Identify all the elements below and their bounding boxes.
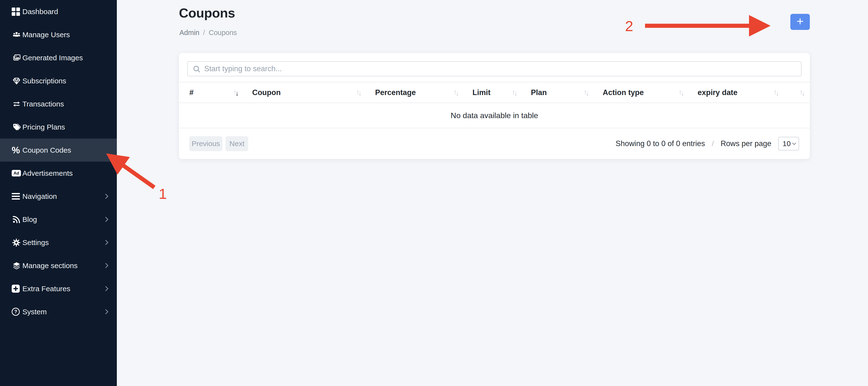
column-header-percentage[interactable]: Percentage ↑↓ (366, 82, 464, 103)
column-label: Limit (472, 88, 491, 97)
gear-icon (12, 238, 22, 247)
sidebar-item-settings[interactable]: Settings (0, 231, 117, 254)
sidebar-item-label: Blog (22, 215, 37, 224)
gem-icon (12, 77, 22, 85)
sidebar-item-blog[interactable]: Blog (0, 208, 117, 231)
column-header-action-type[interactable]: Action type ↑↓ (594, 82, 689, 103)
empty-table-message: No data available in table (179, 103, 810, 128)
sidebar-item-transactions[interactable]: Transactions (0, 92, 117, 115)
sort-icon: ↑↓ (800, 89, 805, 97)
add-coupon-button[interactable]: + (790, 14, 810, 30)
sidebar-item-advertisements[interactable]: Ad Advertisements (0, 162, 117, 185)
sidebar-item-dashboard[interactable]: Dashboard (0, 0, 117, 23)
pagination-buttons: Previous Next (189, 136, 248, 151)
sidebar-item-label: Pricing Plans (22, 123, 65, 131)
sidebar-item-navigation[interactable]: Navigation (0, 185, 117, 208)
sidebar-item-label: Manage Users (22, 31, 70, 39)
sort-icon: ↑↓ (454, 89, 459, 97)
percent-icon: % (12, 146, 22, 155)
question-circle-icon: ? (12, 308, 22, 316)
coupons-card: # ↑↓ Coupon ↑↓ Percentage ↑↓ (179, 53, 810, 159)
column-label: expiry date (698, 88, 738, 97)
sidebar-item-label: Transactions (22, 100, 64, 108)
sidebar-item-pricing-plans[interactable]: Pricing Plans (0, 115, 117, 139)
coupons-table: # ↑↓ Coupon ↑↓ Percentage ↑↓ (179, 82, 810, 128)
column-label: Coupon (252, 88, 281, 97)
sort-icon: ↑↓ (679, 89, 684, 97)
bars-icon (12, 193, 22, 200)
chevron-right-icon (103, 217, 108, 222)
sidebar-item-label: Manage sections (22, 261, 78, 270)
page-title: Coupons (179, 5, 235, 21)
chevron-down-icon (792, 141, 796, 145)
sidebar: Dashboard Manage Users Generated Images (0, 0, 117, 386)
pagination-bar: Previous Next Showing 0 to 0 of 0 entrie… (179, 128, 810, 159)
ad-icon: Ad (12, 170, 22, 176)
pagination-meta: Showing 0 to 0 of 0 entries / Rows per p… (616, 137, 799, 150)
search-icon (192, 65, 201, 73)
sidebar-item-manage-sections[interactable]: Manage sections (0, 254, 117, 277)
sort-icon: ↑↓ (512, 89, 517, 97)
search-input[interactable] (187, 61, 802, 76)
sort-icon: ↑↓ (233, 89, 239, 97)
column-header-limit[interactable]: Limit ↑↓ (464, 82, 522, 103)
plus-icon: + (797, 15, 804, 27)
chevron-right-icon (103, 240, 108, 245)
sidebar-item-label: Coupon Codes (22, 146, 71, 154)
chevron-right-icon (103, 309, 108, 314)
column-label: # (189, 88, 193, 97)
grid-icon (12, 7, 22, 16)
column-header-coupon[interactable]: Coupon ↑↓ (243, 82, 366, 103)
breadcrumb-separator: / (203, 29, 205, 37)
exchange-icon (12, 100, 22, 108)
breadcrumb-current: Coupons (209, 29, 237, 37)
sidebar-item-manage-users[interactable]: Manage Users (0, 23, 117, 46)
showing-entries-text: Showing 0 to 0 of 0 entries (616, 139, 705, 148)
previous-page-button[interactable]: Previous (189, 136, 222, 151)
column-header-expiry-date[interactable]: expiry date ↑↓ (689, 82, 784, 103)
rows-per-page-select[interactable]: 10 (778, 137, 799, 150)
layers-icon (12, 261, 22, 270)
sidebar-item-label: Advertisements (22, 169, 73, 177)
sort-icon: ↑↓ (774, 89, 779, 97)
sidebar-item-extra-features[interactable]: Extra Features (0, 277, 117, 300)
plus-square-icon (12, 285, 22, 293)
sidebar-item-system[interactable]: ? System (0, 300, 117, 323)
breadcrumb-link-admin[interactable]: Admin (179, 29, 199, 37)
column-header-actions[interactable]: ↑↓ (784, 82, 810, 103)
sidebar-item-label: Extra Features (22, 285, 70, 293)
empty-row: No data available in table (179, 103, 810, 128)
column-header-plan[interactable]: Plan ↑↓ (522, 82, 594, 103)
sort-icon: ↑↓ (584, 89, 589, 97)
sidebar-item-label: Dashboard (22, 7, 58, 16)
rows-per-page-label: Rows per page (720, 139, 771, 148)
images-icon (12, 54, 22, 62)
rows-per-page-value: 10 (782, 140, 790, 148)
sidebar-item-label: Navigation (22, 192, 57, 201)
search-bar (187, 61, 802, 76)
sidebar-item-generated-images[interactable]: Generated Images (0, 46, 117, 69)
column-label: Plan (531, 88, 547, 97)
sidebar-item-label: Generated Images (22, 54, 83, 62)
column-label: Action type (603, 88, 644, 97)
chevron-right-icon (103, 194, 108, 199)
rss-icon (12, 215, 22, 224)
column-header-index[interactable]: # ↑↓ (179, 82, 243, 103)
meta-separator: / (712, 140, 714, 148)
users-icon (12, 31, 22, 39)
sort-icon: ↑↓ (356, 89, 362, 97)
sidebar-item-coupon-codes[interactable]: % Coupon Codes (0, 139, 117, 162)
table-header-row: # ↑↓ Coupon ↑↓ Percentage ↑↓ (179, 82, 810, 103)
column-label: Percentage (375, 88, 416, 97)
sidebar-item-label: Settings (22, 239, 49, 247)
chevron-right-icon (103, 286, 108, 291)
sidebar-item-label: System (22, 308, 47, 316)
sidebar-item-subscriptions[interactable]: Subscriptions (0, 69, 117, 92)
sidebar-item-label: Subscriptions (22, 77, 66, 85)
main-content: Coupons Admin / Coupons + (117, 0, 868, 386)
breadcrumb: Admin / Coupons (179, 29, 237, 37)
chevron-right-icon (103, 263, 108, 268)
next-page-button[interactable]: Next (225, 136, 248, 151)
tags-icon (12, 123, 22, 132)
